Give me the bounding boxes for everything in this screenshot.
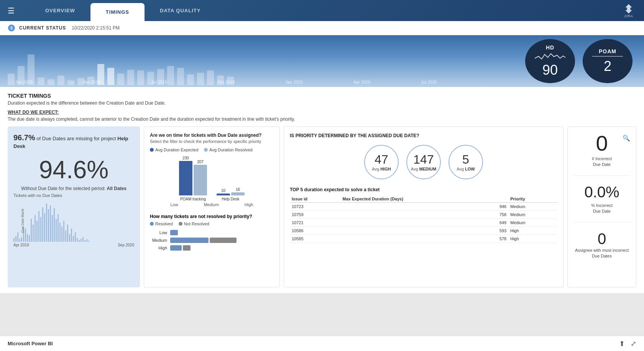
assignee-label: Assignee with most incorrect Due Dates <box>573 248 630 259</box>
cell-issue-id: 10723 <box>290 202 341 210</box>
priority-circles: 47 Avg HIGH 147 Avg MEDIUM 5 <box>290 145 557 179</box>
tab-overview[interactable]: OVERVIEW <box>30 0 90 21</box>
horiz-bars-high <box>170 245 191 251</box>
incorrect-pct-section: 0.0% % Incorrect Due Date <box>573 184 630 215</box>
hamburger-icon[interactable]: ☰ <box>8 6 15 15</box>
bar-hd-resolved <box>231 192 245 195</box>
fullscreen-icon[interactable]: ⤢ <box>631 340 636 348</box>
ticket-timings-title: TICKET TIMINGS <box>8 93 636 99</box>
table-row: 10585 578 High <box>290 235 557 243</box>
poam-divider <box>592 56 623 57</box>
tab-data-quality[interactable]: DATA QUALITY <box>145 0 216 21</box>
hbar-high-resolved <box>170 245 182 251</box>
card-priority: IS PRIORITY DETERMINED BY THE ASSIGNED D… <box>284 126 564 287</box>
prio-circle-low: 5 Avg LOW <box>449 145 483 179</box>
card-on-time: Are we on time for tickets with Due Date… <box>144 126 280 287</box>
top5-title: TOP 5 duration expected to solve a ticke… <box>290 187 557 192</box>
tab-timings[interactable]: TIMINGS <box>90 3 145 21</box>
jira-logo: JIRA <box>621 3 636 18</box>
status-icon: S <box>8 24 15 32</box>
table-row: 10759 758 Medium <box>290 210 557 218</box>
cell-priority: High <box>508 235 557 243</box>
cell-issue-id: 10585 <box>290 235 341 243</box>
what-expect-label[interactable]: WHAT DO WE EXPECT: <box>8 110 636 115</box>
timeline-section: Jan 2019 Apr 2019 Jul 2019 Oct 2019 Jan … <box>0 35 644 87</box>
incorrect-section: 0 🔍 # Incorrect Due Date <box>573 133 630 168</box>
col-duration: Max Expected Duration (Days) <box>341 195 509 203</box>
no-due-label: Tickets with no Due Dates <box>13 193 134 198</box>
table-row: 10586 593 High <box>290 226 557 235</box>
how-many-title: How many tickets are not resolved by pri… <box>150 214 274 219</box>
table-row: 10721 649 Medium <box>290 218 557 226</box>
poam-circle: POAM 2 <box>583 39 632 83</box>
cell-duration: 649 <box>341 218 509 226</box>
horiz-bars-medium <box>170 238 237 243</box>
cell-priority: Medium <box>508 202 557 210</box>
what-expect-text: The due date is always completed, cannot… <box>8 116 636 122</box>
timeline-chart <box>8 43 514 85</box>
cell-duration: 593 <box>341 226 509 235</box>
cell-priority: Medium <box>508 210 557 218</box>
main-content: TICKET TIMINGS Duration expected is the … <box>0 87 644 293</box>
prio-circle-high: 47 Avg HIGH <box>364 145 399 179</box>
hbar-medium-resolved <box>170 238 209 243</box>
legend-resolved-dot <box>204 148 208 152</box>
footer: Microsoft Power BI ⬆ ⤢ <box>0 336 644 351</box>
horiz-bars-low <box>170 230 178 235</box>
footer-icons: ⬆ ⤢ <box>619 340 636 348</box>
legend-not-resolved: Not Resolved <box>179 221 209 226</box>
cell-duration: 758 <box>341 210 509 218</box>
hbar-high-not-resolved <box>183 245 191 251</box>
resolved-legend-row: Resolved Not Resolved <box>150 221 274 226</box>
horiz-bar-high: High <box>150 245 274 251</box>
legend-not-resolved-dot <box>179 222 182 226</box>
due-pct-text: 96.7% of Due Dates are missing for proje… <box>13 132 134 150</box>
on-time-title: Are we on time for tickets with Due Date… <box>150 133 274 138</box>
divider-1 <box>573 176 630 176</box>
col-priority: Priority <box>508 195 557 203</box>
horiz-bar-section: Low Medium High <box>150 230 274 251</box>
legend-avg-resolved: Avg Duration Resolved <box>204 148 252 152</box>
card-due-dates: 96.7% of Due Dates are missing for proje… <box>8 126 140 287</box>
incorrect-num-wrapper: 0 🔍 <box>573 133 630 154</box>
without-due: Without Due Date for the selected period… <box>13 186 134 191</box>
assignee-num: 0 <box>573 230 630 248</box>
big-pct: 94.6% <box>13 156 134 184</box>
prio-circle-medium: 147 Avg MEDIUM <box>406 145 441 179</box>
col-issue-id: Issue id <box>290 195 341 203</box>
divider-2 <box>573 222 630 223</box>
cell-duration: 578 <box>341 235 509 243</box>
legend-row: Avg Duration Expected Avg Duration Resol… <box>150 148 274 152</box>
legend-avg-expected: Avg Duration Expected <box>150 148 198 152</box>
bar-axis-labels: Low Medium High <box>150 202 274 207</box>
svg-text:S: S <box>10 26 13 30</box>
nav-tabs: OVERVIEW TIMINGS DATA QUALITY <box>30 0 636 21</box>
top-nav: ☰ OVERVIEW TIMINGS DATA QUALITY JIRA <box>0 0 644 21</box>
horiz-bar-medium: Medium <box>150 238 274 243</box>
cell-issue-id: 10759 <box>290 210 341 218</box>
ticket-timings-desc: Duration expected is the difference betw… <box>8 100 636 106</box>
search-icon[interactable]: 🔍 <box>623 134 630 142</box>
bar-hd-label: Help Desk <box>222 197 239 201</box>
footer-brand: Microsoft Power BI <box>8 341 53 346</box>
due-date-blank-label: Due Date Blank <box>21 209 25 233</box>
card-incorrect: 0 🔍 # Incorrect Due Date 0.0% % Incorrec… <box>567 126 636 287</box>
incorrect-pct: 0.0% <box>573 184 630 201</box>
status-bar: S CURRENT STATUS 10/22/2020 2:15:51 PM <box>0 21 644 35</box>
pct-label: % Incorrect Due Date <box>573 203 630 215</box>
legend-resolved-dot2 <box>150 222 154 226</box>
cell-duration: 946 <box>341 202 509 210</box>
hbar-medium-not-resolved <box>210 238 237 243</box>
hbar-low-resolved <box>170 230 178 235</box>
top5-section: TOP 5 duration expected to solve a ticke… <box>290 187 557 243</box>
bar-poam-label: POAM tracking <box>180 197 206 201</box>
horiz-bar-low: Low <box>150 230 274 235</box>
mini-chart-bars <box>13 200 134 242</box>
top5-table: Issue id Max Expected Duration (Days) Pr… <box>290 195 557 243</box>
bar-hd-expected <box>217 194 230 195</box>
hd-circle: HD 90 <box>525 39 575 83</box>
timeline-labels: Jan 2019 Apr 2019 Jul 2019 Oct 2019 Jan … <box>15 80 437 84</box>
hd-wave-chart <box>535 51 565 62</box>
share-icon[interactable]: ⬆ <box>619 340 625 348</box>
incorrect-num: 0 <box>596 131 608 155</box>
